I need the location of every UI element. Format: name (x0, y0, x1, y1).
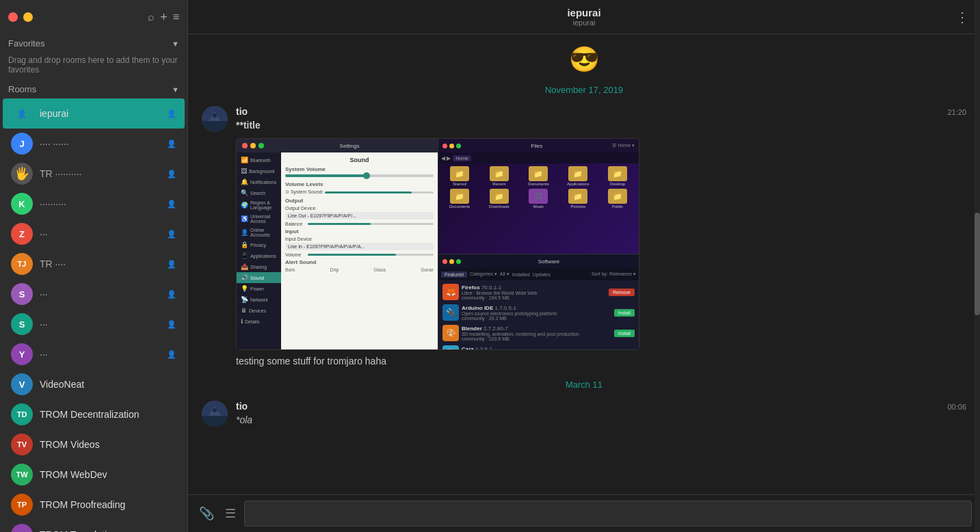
message-sender: tio (236, 401, 248, 412)
room-info: ··· (40, 349, 160, 360)
message-sender: tio (236, 106, 248, 117)
message-text: *ola (236, 413, 966, 427)
sidebar-item-trom-decentralization[interactable]: TD TROM Decentralization (3, 399, 185, 429)
avatar: 🖐 (11, 163, 33, 185)
avatar: Y (11, 343, 33, 365)
person-icon: 👤 (167, 139, 176, 148)
sidebar-item-videoneat[interactable]: V VideoNeat (3, 369, 185, 399)
sidebar-item-tr1[interactable]: 🖐 TR ·········· 👤 (3, 159, 185, 189)
format-button[interactable]: ☰ (222, 503, 239, 524)
sidebar-item-trom-proofreading[interactable]: TP TROM Proofreading (3, 490, 185, 520)
room-name: TROM Decentralization (40, 409, 176, 420)
room-name: TROM WebDev (40, 469, 176, 480)
header-center: iepurai iepurai (567, 7, 600, 27)
chat-emoji: 😎 (202, 45, 966, 74)
avatar (202, 106, 228, 132)
svg-rect-1 (202, 121, 228, 132)
chat-input[interactable] (244, 501, 972, 527)
sidebar-item-tj[interactable]: TJ TR ···· 👤 (3, 249, 185, 279)
room-name: ·········· (40, 198, 160, 209)
sidebar-item-trom-webdev[interactable]: TW TROM WebDev (3, 460, 185, 490)
svg-point-3 (213, 114, 217, 118)
traffic-light-yellow[interactable] (23, 12, 33, 22)
avatar: TP (11, 494, 33, 516)
message-body: tio 21:20 **title Settings (236, 106, 966, 369)
favorites-chevron-icon: ▼ (172, 40, 179, 48)
search-icon[interactable]: ⌕ (148, 11, 155, 23)
svg-rect-5 (202, 416, 228, 427)
rooms-label: Rooms (8, 84, 36, 94)
room-name: ··· (40, 228, 160, 239)
sidebar-top-bar: ⌕ + ≡ (0, 0, 187, 34)
message-text: **title (236, 118, 966, 133)
avatar: TV (11, 434, 33, 455)
menu-icon[interactable]: ≡ (173, 11, 179, 23)
favorites-section[interactable]: Favorites ▼ (0, 34, 187, 53)
avatar: 👤 (11, 103, 33, 124)
room-name: TROM Proofreading (40, 499, 176, 510)
sidebar: ⌕ + ≡ Favorites ▼ Drag and drop rooms he… (0, 0, 188, 532)
message: tio 00:06 *ola (202, 401, 966, 427)
room-info: TR ·········· (40, 168, 160, 179)
avatar: S (11, 313, 33, 335)
room-info: ·········· (40, 198, 160, 209)
room-info: TROM Proofreading (40, 499, 176, 510)
room-name: ··· (40, 289, 160, 300)
scrollbar-thumb[interactable] (975, 213, 980, 315)
date-divider-march: March 11 (202, 380, 966, 390)
person-icon: 👤 (167, 260, 176, 269)
sidebar-item-iepurai[interactable]: 👤 iepurai 👤 (3, 98, 185, 129)
message-body: tio 00:06 *ola (236, 401, 966, 427)
room-name: VideoNeat (40, 379, 176, 390)
header-status: iepurai (572, 18, 595, 27)
date-divider-nov: November 17, 2019 (202, 85, 966, 95)
room-name: ··· (40, 349, 160, 360)
message: tio 21:20 **title Settings (202, 106, 966, 369)
avatar: TJ (11, 253, 33, 275)
compose-icon[interactable]: + (160, 10, 168, 25)
person-icon: 👤 (167, 170, 176, 178)
room-info: TROM Translations (40, 529, 176, 532)
room-list: 👤 iepurai 👤 J ···· ······ 👤 🖐 TR ·······… (0, 98, 187, 532)
room-info: TROM WebDev (40, 469, 176, 480)
avatar (202, 401, 228, 427)
chat-area: 😎 November 17, 2019 tio 21:20 (188, 34, 980, 494)
person-icon: 👤 (167, 290, 176, 299)
room-info: VideoNeat (40, 379, 176, 390)
input-area: 📎 ☰ (188, 494, 980, 532)
sidebar-item-j[interactable]: J ···· ······ 👤 (3, 129, 185, 159)
avatar: Z (11, 223, 33, 245)
sidebar-item-k[interactable]: K ·········· 👤 (3, 189, 185, 219)
sidebar-item-z[interactable]: Z ··· 👤 (3, 219, 185, 249)
room-name: TR ···· (40, 258, 160, 269)
message-text-2: testing some stuff for tromjaro haha (236, 354, 966, 369)
attach-button[interactable]: 📎 (196, 503, 217, 524)
room-name: ··· (40, 319, 160, 330)
avatar: V (11, 373, 33, 395)
room-info: ··· (40, 319, 160, 330)
sidebar-item-s2[interactable]: S ··· 👤 (3, 309, 185, 339)
options-icon[interactable]: ⋮ (955, 9, 969, 25)
sidebar-item-s1[interactable]: S ··· 👤 (3, 279, 185, 309)
page-title: iepurai (567, 7, 600, 18)
room-name: TR ·········· (40, 168, 160, 179)
sidebar-item-trom-videos[interactable]: TV TROM Videos (3, 429, 185, 460)
person-icon: 👤 (167, 109, 176, 118)
room-info: ··· (40, 289, 160, 300)
room-info: TROM Decentralization (40, 409, 176, 420)
room-info: iepurai (40, 108, 160, 119)
sidebar-item-y[interactable]: Y ··· 👤 (3, 339, 185, 369)
room-info: TROM Videos (40, 439, 176, 450)
room-name: TROM Videos (40, 439, 176, 450)
rooms-chevron-icon: ▼ (172, 85, 179, 94)
traffic-light-red[interactable] (8, 12, 18, 22)
avatar: J (11, 133, 33, 155)
scrollbar-track[interactable] (975, 0, 980, 532)
message-image: Settings 📶 Bluetooth 🖼 Background 🔔 Noti… (236, 138, 639, 350)
room-info: ··· (40, 228, 160, 239)
rooms-section-header[interactable]: Rooms ▼ (0, 80, 187, 98)
room-info: TR ···· (40, 258, 160, 269)
sidebar-item-trom-translations[interactable]: TT TROM Translations (3, 520, 185, 532)
person-icon: 👤 (167, 320, 176, 329)
person-icon: 👤 (167, 200, 176, 209)
